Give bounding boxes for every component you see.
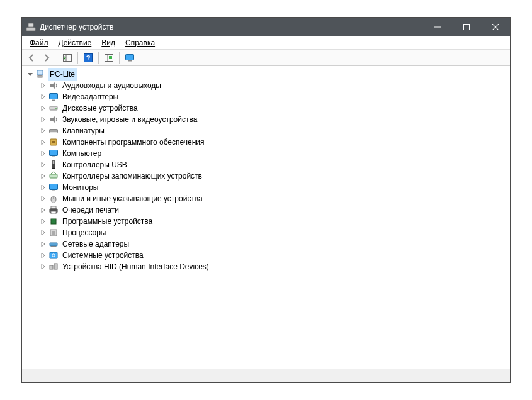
toolbar-separator <box>77 52 78 64</box>
svg-text:?: ? <box>86 54 91 62</box>
computer-icon <box>48 148 59 158</box>
tree-item[interactable]: Видеоадаптеры <box>26 91 510 103</box>
expand-icon[interactable] <box>38 240 47 248</box>
svg-rect-35 <box>51 211 56 214</box>
tree-item-label[interactable]: Сетевые адаптеры <box>60 238 131 250</box>
tree-item[interactable]: Устройства HID (Human Interface Devices) <box>26 261 510 272</box>
expand-icon[interactable] <box>38 126 47 135</box>
device-tree[interactable]: PC-Lite Аудиовходы и аудиовыходыВидеоада… <box>22 66 510 369</box>
svg-rect-4 <box>64 54 72 61</box>
svg-rect-26 <box>53 161 55 164</box>
svg-rect-27 <box>52 164 55 169</box>
expand-icon[interactable] <box>38 206 47 214</box>
tree-item-label[interactable]: Мониторы <box>60 181 100 194</box>
tree-item[interactable]: Мониторы <box>26 182 510 193</box>
tree-item[interactable]: Контроллеры запоминающих устройств <box>26 170 510 182</box>
menu-help[interactable]: Справка <box>120 37 160 48</box>
svg-rect-47 <box>50 265 53 269</box>
tree-item-label[interactable]: Дисковые устройства <box>60 102 140 114</box>
show-hide-tree-button[interactable] <box>60 51 74 65</box>
tree-item[interactable]: Мыши и иные указывающие устройства <box>26 193 510 204</box>
tree-item[interactable]: Очереди печати <box>26 204 510 216</box>
svg-rect-0 <box>26 28 35 31</box>
expand-icon[interactable] <box>26 70 35 79</box>
usb-icon <box>48 160 59 170</box>
tree-item[interactable]: Звуковые, игровые и видеоустройства <box>26 114 510 125</box>
tree-root-label[interactable]: PC-Lite <box>48 68 77 81</box>
back-button[interactable] <box>25 51 38 65</box>
svg-rect-30 <box>52 191 55 192</box>
audio-icon <box>48 81 59 91</box>
tree-item[interactable]: Дисковые устройства <box>26 103 510 114</box>
titlebar[interactable]: Диспетчер устройств <box>22 18 510 36</box>
expand-icon[interactable] <box>38 81 47 90</box>
close-button[interactable] <box>481 18 510 36</box>
tree-item[interactable]: Клавиатуры <box>26 125 510 136</box>
menu-action[interactable]: Действие <box>54 37 97 48</box>
tree-item[interactable]: Программные устройства <box>26 216 510 227</box>
svg-rect-23 <box>52 141 55 143</box>
expand-icon[interactable] <box>38 92 47 101</box>
expand-icon[interactable] <box>38 115 47 124</box>
toolbar: ? <box>22 50 510 66</box>
svg-rect-16 <box>52 100 55 101</box>
tree-item-label[interactable]: Процессоры <box>60 226 108 239</box>
forward-button[interactable] <box>40 51 54 65</box>
tree-item-label[interactable]: Компьютер <box>60 147 103 160</box>
scan-hardware-button[interactable] <box>102 51 116 65</box>
tree-item-label[interactable]: Программные устройства <box>60 215 154 228</box>
tree-item-label[interactable]: Компоненты программного обеспечения <box>60 136 207 148</box>
minimize-button[interactable] <box>423 18 452 36</box>
tree-item-label[interactable]: Аудиовходы и аудиовыходы <box>60 79 163 92</box>
cpu-icon <box>48 228 59 238</box>
tree-item[interactable]: Компоненты программного обеспечения <box>26 136 510 148</box>
tree-item-label[interactable]: Мыши и иные указывающие устройства <box>60 192 205 205</box>
expand-icon[interactable] <box>38 217 47 226</box>
toolbar-separator <box>119 52 120 64</box>
svg-rect-13 <box>37 70 43 75</box>
tree-item-label[interactable]: Контроллеры запоминающих устройств <box>60 170 204 182</box>
menu-file[interactable]: Файл <box>25 37 54 48</box>
svg-rect-14 <box>38 75 42 77</box>
expand-icon[interactable] <box>38 149 47 158</box>
keyboard-icon <box>48 126 59 136</box>
expand-icon[interactable] <box>38 172 47 181</box>
software-icon <box>48 137 59 147</box>
expand-icon[interactable] <box>38 194 47 203</box>
menubar: Файл Действие Вид Справка <box>22 36 510 50</box>
tree-item-label[interactable]: Звуковые, игровые и видеоустройства <box>60 113 199 126</box>
expand-icon[interactable] <box>38 160 47 169</box>
tree-item[interactable]: Системные устройства <box>26 250 510 261</box>
expand-icon[interactable] <box>38 228 47 237</box>
tree-item-label[interactable]: Контроллеры USB <box>60 158 129 171</box>
tree-item-label[interactable]: Клавиатуры <box>60 125 106 137</box>
expand-icon[interactable] <box>38 183 47 192</box>
expand-icon[interactable] <box>38 138 47 147</box>
svg-rect-12 <box>128 60 132 62</box>
svg-rect-29 <box>50 184 58 190</box>
tree-item-label[interactable]: Системные устройства <box>60 249 145 262</box>
printer-icon <box>48 205 59 215</box>
tree-item[interactable]: Компьютер <box>26 148 510 159</box>
view-monitor-button[interactable] <box>123 51 137 65</box>
expand-icon[interactable] <box>38 104 47 113</box>
tree-root[interactable]: PC-Lite <box>26 69 510 80</box>
help-button[interactable]: ? <box>81 51 95 65</box>
expand-icon[interactable] <box>38 251 47 260</box>
tree-item[interactable]: Аудиовходы и аудиовыходы <box>26 80 510 91</box>
menu-view[interactable]: Вид <box>96 37 120 48</box>
tree-item[interactable]: Процессоры <box>26 227 510 238</box>
svg-rect-36 <box>51 219 56 224</box>
computer-icon <box>36 69 46 79</box>
tree-item-label[interactable]: Устройства HID (Human Interface Devices) <box>60 260 211 273</box>
svg-rect-10 <box>109 56 112 59</box>
tree-item[interactable]: Контроллеры USB <box>26 159 510 170</box>
tree-item-label[interactable]: Очереди печати <box>60 204 121 216</box>
tree-item[interactable]: Сетевые адаптеры <box>26 238 510 250</box>
svg-rect-3 <box>464 25 470 30</box>
expand-icon[interactable] <box>38 262 47 271</box>
tree-item-label[interactable]: Видеоадаптеры <box>60 91 120 103</box>
maximize-button[interactable] <box>452 18 481 36</box>
disk-icon <box>48 103 59 113</box>
monitor-icon <box>48 182 59 192</box>
